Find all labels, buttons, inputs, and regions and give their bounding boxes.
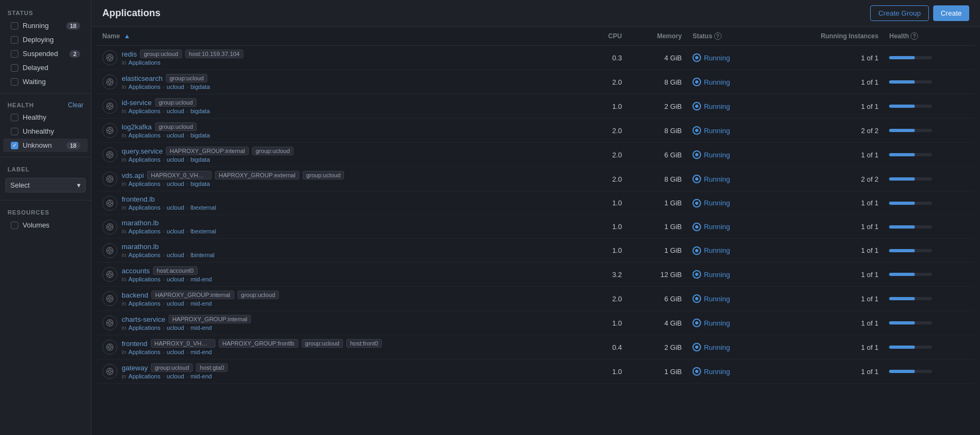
path-link-2-1[interactable]: bigdata bbox=[191, 84, 210, 90]
path-sep-2-12: › bbox=[186, 349, 188, 355]
checkbox-suspended[interactable] bbox=[11, 50, 18, 58]
path-link-2-7[interactable]: lbexternal bbox=[191, 228, 216, 234]
cell-instances-2: 1 of 1 bbox=[768, 94, 884, 119]
app-name-link-2[interactable]: id-service bbox=[122, 99, 152, 107]
status-help-icon[interactable]: ? bbox=[714, 32, 722, 40]
path-link-1-2[interactable]: ucloud bbox=[167, 108, 184, 114]
app-name-info-4: query.service HAPROXY_GROUP:internalgrou… bbox=[122, 147, 293, 163]
path-link-2-4[interactable]: bigdata bbox=[191, 156, 210, 163]
tag-13-1: host:gta0 bbox=[196, 363, 228, 372]
app-name-link-11[interactable]: charts-service bbox=[122, 315, 165, 323]
path-link-2-10[interactable]: mid-end bbox=[191, 300, 212, 307]
col-name[interactable]: Name ▲ bbox=[97, 27, 586, 46]
checkbox-waiting[interactable] bbox=[11, 78, 18, 86]
app-name-link-9[interactable]: accounts bbox=[122, 267, 150, 275]
app-name-link-0[interactable]: redis bbox=[122, 50, 137, 58]
app-name-row-3: log2kafka group:ucloud bbox=[122, 122, 210, 131]
tag-5-1: HAPROXY_GROUP:external bbox=[215, 171, 299, 179]
health-checkbox-unknown[interactable] bbox=[11, 142, 18, 149]
sidebar-item-healthy[interactable]: Healthy bbox=[3, 111, 88, 124]
checkbox-running[interactable] bbox=[11, 22, 18, 30]
path-link-0-9[interactable]: Applications bbox=[129, 276, 160, 282]
app-name-link-5[interactable]: vds.api bbox=[122, 171, 144, 179]
cell-health-0 bbox=[884, 46, 975, 70]
app-name-link-3[interactable]: log2kafka bbox=[122, 123, 152, 131]
path-link-1-7[interactable]: ucloud bbox=[167, 228, 184, 234]
app-name-link-13[interactable]: gateway bbox=[122, 364, 148, 372]
cell-name-2: id-service group:ucloud in Applications … bbox=[97, 94, 586, 119]
path-link-2-2[interactable]: bigdata bbox=[191, 108, 210, 114]
status-running-4: Running bbox=[692, 150, 763, 159]
path-link-0-4[interactable]: Applications bbox=[129, 156, 160, 163]
path-link-applications-0[interactable]: Applications bbox=[129, 59, 160, 66]
app-name-link-4[interactable]: query.service bbox=[122, 147, 163, 155]
path-link-0-13[interactable]: Applications bbox=[129, 373, 160, 379]
create-group-button[interactable]: Create Group bbox=[870, 5, 929, 21]
tag-12-1: HAPROXY_GROUP:frontlb bbox=[219, 339, 298, 348]
sidebar-item-unknown[interactable]: Unknown 18 bbox=[3, 139, 88, 152]
app-name-link-7[interactable]: marathon.lb bbox=[122, 219, 159, 227]
sidebar-item-deploying[interactable]: Deploying bbox=[3, 33, 88, 46]
path-link-2-11[interactable]: mid-end bbox=[191, 324, 212, 331]
path-link-0-1[interactable]: Applications bbox=[129, 84, 160, 90]
path-link-0-11[interactable]: Applications bbox=[129, 324, 160, 331]
health-help-icon[interactable]: ? bbox=[911, 32, 918, 40]
path-link-0-8[interactable]: Applications bbox=[129, 252, 160, 258]
path-link-2-9[interactable]: mid-end bbox=[191, 276, 212, 282]
path-link-0-3[interactable]: Applications bbox=[129, 132, 160, 139]
label-select[interactable]: Select ▾ bbox=[5, 178, 86, 192]
app-name-link-10[interactable]: backend bbox=[122, 291, 148, 299]
path-link-0-7[interactable]: Applications bbox=[129, 228, 160, 234]
path-link-1-8[interactable]: ucloud bbox=[167, 252, 184, 258]
status-dot-inner-5 bbox=[695, 177, 698, 181]
path-link-0-12[interactable]: Applications bbox=[129, 349, 160, 355]
app-name-cell-5: vds.api HAPROXY_0_VHOS…HAPROXY_GROUP:ext… bbox=[102, 171, 581, 187]
path-link-1-13[interactable]: ucloud bbox=[167, 373, 184, 379]
app-name-info-3: log2kafka group:ucloud in Applications ›… bbox=[122, 122, 210, 139]
sidebar-item-delayed[interactable]: Delayed bbox=[3, 61, 88, 74]
path-link-1-10[interactable]: ucloud bbox=[167, 300, 184, 307]
health-checkbox-unhealthy[interactable] bbox=[11, 128, 18, 135]
path-link-1-5[interactable]: ucloud bbox=[167, 181, 184, 187]
path-link-2-3[interactable]: bigdata bbox=[191, 132, 210, 139]
app-name-link-12[interactable]: frontend bbox=[122, 340, 148, 348]
create-button[interactable]: Create bbox=[933, 5, 969, 21]
path-link-0-6[interactable]: Applications bbox=[129, 204, 160, 211]
sidebar-item-unhealthy[interactable]: Unhealthy bbox=[3, 125, 88, 138]
path-link-2-13[interactable]: mid-end bbox=[191, 373, 212, 379]
path-link-2-12[interactable]: mid-end bbox=[191, 349, 212, 355]
sidebar-item-running[interactable]: Running 18 bbox=[3, 19, 88, 32]
status-label-1: Deploying bbox=[23, 36, 54, 44]
path-link-2-5[interactable]: bigdata bbox=[191, 181, 210, 187]
path-link-1-6[interactable]: ucloud bbox=[167, 204, 184, 211]
checkbox-deploying[interactable] bbox=[11, 36, 18, 44]
status-dot-1 bbox=[692, 78, 701, 86]
path-link-0-2[interactable]: Applications bbox=[129, 108, 160, 114]
path-link-1-12[interactable]: ucloud bbox=[167, 349, 184, 355]
path-link-1-4[interactable]: ucloud bbox=[167, 156, 184, 163]
path-link-1-1[interactable]: ucloud bbox=[167, 84, 184, 90]
path-link-0-5[interactable]: Applications bbox=[129, 181, 160, 187]
path-link-1-9[interactable]: ucloud bbox=[167, 276, 184, 282]
clear-health-button[interactable]: Clear bbox=[68, 101, 83, 109]
app-name-row-11: charts-service HAPROXY_GROUP:internal bbox=[122, 315, 251, 323]
applications-table: Name ▲ CPU Memory Status ? Running Insta… bbox=[97, 27, 975, 384]
app-name-link-6[interactable]: frontend.lb bbox=[122, 195, 155, 203]
resources-checkbox-0[interactable] bbox=[11, 222, 18, 229]
sidebar-item-waiting[interactable]: Waiting bbox=[3, 75, 88, 88]
app-name-link-8[interactable]: marathon.lb bbox=[122, 243, 159, 251]
path-link-2-8[interactable]: lbinternal bbox=[191, 252, 215, 258]
sidebar-item-volumes[interactable]: Volumes bbox=[3, 218, 88, 232]
page-title: Applications bbox=[102, 8, 160, 19]
status-dot-4 bbox=[692, 150, 701, 159]
cell-name-6: frontend.lb in Applications ›ucloud ›lbe… bbox=[97, 191, 586, 215]
sidebar-item-suspended[interactable]: Suspended 2 bbox=[3, 47, 88, 60]
app-name-link-1[interactable]: elasticsearch bbox=[122, 74, 163, 82]
app-name-info-6: frontend.lb in Applications ›ucloud ›lbe… bbox=[122, 195, 216, 211]
path-link-1-11[interactable]: ucloud bbox=[167, 324, 184, 331]
path-link-0-10[interactable]: Applications bbox=[129, 300, 160, 307]
checkbox-delayed[interactable] bbox=[11, 64, 18, 72]
health-checkbox-healthy[interactable] bbox=[11, 114, 18, 121]
path-link-2-6[interactable]: lbexternal bbox=[191, 204, 216, 211]
path-link-1-3[interactable]: ucloud bbox=[167, 132, 184, 139]
